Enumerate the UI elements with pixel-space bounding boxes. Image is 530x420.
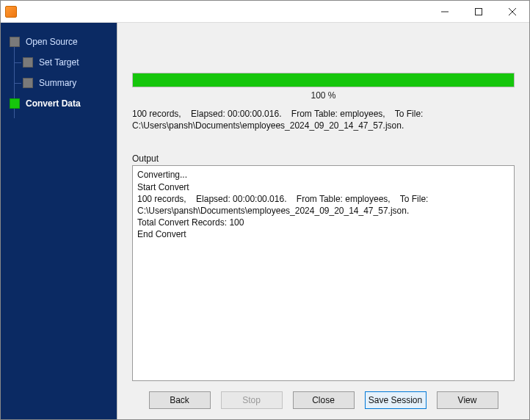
step-label: Set Target: [39, 57, 79, 68]
status-text: 100 records, Elapsed: 00:00:00.016. From…: [123, 108, 523, 131]
step-label: Convert Data: [26, 98, 81, 109]
output-box-wrap: Converting... Start Convert 100 records,…: [123, 165, 523, 387]
maximize-button[interactable]: [462, 1, 495, 22]
minimize-button[interactable]: [428, 1, 462, 22]
titlebar-left: [1, 6, 17, 18]
progress-percent-label: 100 %: [132, 90, 515, 101]
step-box-icon: [23, 78, 33, 88]
tree-conn: [14, 83, 21, 84]
titlebar: [1, 1, 529, 23]
wizard-sidebar: Open Source Set Target Summary Convert D…: [1, 23, 117, 419]
view-button[interactable]: View: [437, 391, 498, 409]
step-box-icon: [23, 57, 33, 68]
wizard-step-set-target[interactable]: Set Target: [1, 52, 117, 73]
app-icon: [5, 6, 17, 18]
wizard-step-open-source[interactable]: Open Source: [1, 32, 117, 52]
output-log[interactable]: Converting... Start Convert 100 records,…: [132, 165, 515, 381]
wizard-step-convert-data[interactable]: Convert Data: [1, 93, 117, 114]
maximize-icon: [475, 8, 482, 15]
step-box-icon: [10, 98, 20, 109]
back-button[interactable]: Back: [149, 391, 211, 409]
body: Open Source Set Target Summary Convert D…: [1, 23, 529, 419]
close-window-button[interactable]: [495, 1, 529, 22]
content-area: 100 % 100 records, Elapsed: 00:00:00.016…: [123, 29, 523, 387]
close-button[interactable]: Close: [293, 391, 355, 409]
step-box-icon: [10, 37, 20, 47]
step-label: Open Source: [26, 37, 78, 47]
progress-bar: [132, 73, 515, 87]
step-label: Summary: [39, 78, 76, 88]
tree-conn: [14, 62, 21, 63]
svg-rect-0: [476, 8, 482, 15]
progress-wrap: 100 %: [123, 73, 523, 108]
progress-fill: [133, 73, 514, 87]
save-session-button[interactable]: Save Session: [365, 391, 426, 409]
output-label: Output: [123, 153, 523, 165]
button-row: Back Stop Close Save Session View: [123, 387, 523, 413]
window-controls: [428, 1, 529, 22]
stop-button: Stop: [221, 391, 283, 409]
spacer: [123, 29, 523, 73]
close-icon: [509, 8, 516, 15]
minimize-icon: [441, 8, 449, 15]
wizard-step-summary[interactable]: Summary: [1, 73, 117, 93]
main-panel: 100 % 100 records, Elapsed: 00:00:00.016…: [117, 23, 529, 419]
